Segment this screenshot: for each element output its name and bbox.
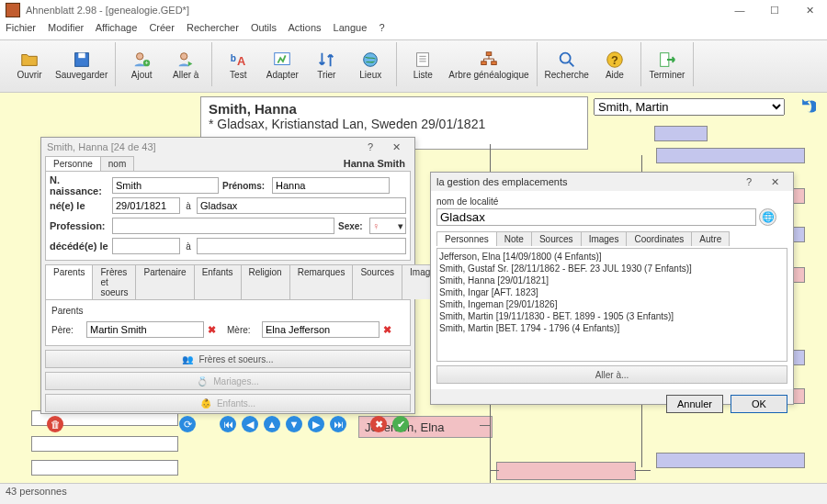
siblings-button[interactable]: 👥Frères et soeurs... (45, 350, 411, 368)
ptab-coordinates[interactable]: Coordinates (626, 231, 692, 246)
genealogy-canvas[interactable]: Smith, Hanna * Gladsax, Kristianstad Lan… (0, 93, 827, 504)
goto-person-button[interactable]: Aller à... (436, 365, 787, 384)
menu-creer[interactable]: Créer (149, 22, 175, 33)
help-button[interactable]: ?Aide (593, 42, 637, 86)
delete-button[interactable]: 🗑 (47, 416, 63, 432)
test-button[interactable]: bATest (216, 42, 260, 86)
adapt-icon (272, 50, 292, 70)
person-select[interactable]: Smith, Martin (594, 98, 785, 116)
ptab-note[interactable]: Note (496, 231, 532, 246)
nav-next-button[interactable]: ▶ (308, 416, 324, 432)
nav-first-button[interactable]: ⏮ (220, 416, 236, 432)
ok-button[interactable]: ✔ (392, 416, 409, 432)
mother-input[interactable] (262, 321, 380, 338)
list-item[interactable]: Smith, Hanna [29/01/1821] (439, 274, 785, 286)
tree-node[interactable] (654, 126, 708, 141)
tree-node[interactable] (31, 436, 178, 452)
birthplace-input[interactable] (197, 197, 406, 214)
locality-input[interactable] (436, 208, 756, 226)
label-ne: né(e) le (50, 200, 108, 211)
tab-personne[interactable]: Personne (45, 156, 101, 171)
surname-input[interactable] (112, 177, 219, 194)
cancel-button[interactable]: ✖ (370, 416, 387, 432)
subtab-religion[interactable]: Religion (241, 264, 290, 299)
places-close-button[interactable]: ✕ (762, 176, 787, 188)
deathdate-input[interactable] (112, 238, 180, 254)
nav-down-button[interactable]: ▼ (286, 416, 302, 432)
globe-lookup-button[interactable]: 🌐 (759, 208, 776, 226)
firstname-input[interactable] (272, 177, 390, 194)
tab-nom[interactable]: nom (100, 156, 134, 171)
subtab-remarques[interactable]: Remarques (289, 264, 354, 299)
undo-icon[interactable] (792, 96, 816, 117)
menu-help[interactable]: ? (379, 22, 384, 33)
maximize-button[interactable]: ☐ (757, 0, 792, 20)
tree-node[interactable] (656, 148, 805, 163)
menu-modifier[interactable]: Modifier (48, 22, 84, 33)
menu-actions[interactable]: Actions (288, 22, 321, 33)
nav-refresh-button[interactable]: ⟳ (179, 416, 196, 432)
places-help-button[interactable]: ? (736, 176, 762, 187)
list-button[interactable]: Liste (401, 42, 445, 86)
menu-outils[interactable]: Outils (251, 22, 277, 33)
save-button[interactable]: Sauvegarder (51, 42, 111, 86)
persons-list[interactable]: Jefferson, Elna [14/09/1800 (4 Enfants)]… (436, 248, 787, 362)
tree-node[interactable] (656, 453, 805, 468)
list-item[interactable]: Smith, Martin [19/11/1830 - BET. 1899 - … (439, 310, 785, 322)
nav-prev-button[interactable]: ◀ (242, 416, 258, 432)
svg-point-17 (560, 52, 570, 62)
remove-father-icon[interactable]: ✖ (208, 324, 216, 336)
search-button[interactable]: Recherche (541, 42, 593, 86)
places-button[interactable]: Lieux (348, 42, 392, 86)
terminate-button[interactable]: Terminer (645, 42, 689, 86)
open-button[interactable]: Ouvrir (7, 42, 51, 86)
subtab-enfants[interactable]: Enfants (194, 264, 242, 299)
deathplace-input[interactable] (197, 238, 406, 254)
sex-dropdown[interactable]: ♀▾ (369, 218, 406, 234)
subtab-partenaire[interactable]: Partenaire (135, 264, 194, 299)
sort-button[interactable]: Trier (304, 42, 348, 86)
places-cancel-button[interactable]: Annuler (666, 395, 723, 413)
list-item[interactable]: Smith, Ingar [AFT. 1823] (439, 286, 785, 298)
add-button[interactable]: +Ajout (119, 42, 164, 86)
nav-last-button[interactable]: ⏭ (330, 416, 346, 432)
menu-langue[interactable]: Langue (334, 22, 368, 33)
minimize-button[interactable]: — (722, 0, 757, 20)
tree-button[interactable]: Arbre généalogique (445, 42, 532, 86)
ptab-autre[interactable]: Autre (691, 231, 730, 246)
svg-text:b: b (231, 52, 236, 62)
dialog-help-button[interactable]: ? (357, 141, 383, 152)
list-item[interactable]: Smith, Martin [BET. 1794 - 1796 (4 Enfan… (439, 322, 785, 334)
birthdate-input[interactable] (112, 197, 180, 214)
close-button[interactable]: ✕ (792, 0, 827, 20)
menu-fichier[interactable]: Fichier (6, 22, 36, 33)
person-add-icon: + (131, 50, 152, 70)
goto-button[interactable]: Aller à (164, 42, 208, 86)
person-selector[interactable]: Smith, Martin (594, 98, 785, 116)
label-sexe: Sexe: (338, 221, 366, 231)
tree-node[interactable] (496, 462, 636, 480)
ptab-personnes[interactable]: Personnes (436, 231, 497, 246)
list-item[interactable]: Smith, Gustaf Sr. [28/11/1862 - BEF. 23 … (439, 263, 785, 274)
subtab-freres[interactable]: Frères et soeurs (92, 264, 136, 299)
children-button[interactable]: 👶Enfants... (45, 394, 411, 412)
svg-text:?: ? (611, 52, 618, 66)
remove-mother-icon[interactable]: ✖ (383, 324, 391, 336)
father-input[interactable] (86, 321, 204, 338)
menu-rechercher[interactable]: Rechercher (187, 22, 239, 33)
subtab-parents[interactable]: Parents (45, 264, 93, 299)
places-ok-button[interactable]: OK (731, 395, 787, 413)
ptab-sources[interactable]: Sources (531, 231, 582, 246)
list-item[interactable]: Jefferson, Elna [14/09/1800 (4 Enfants)] (439, 251, 785, 263)
profession-input[interactable] (112, 218, 334, 234)
adapt-button[interactable]: Adapter (260, 42, 304, 86)
tree-icon (479, 50, 499, 70)
marriages-button[interactable]: 💍Mariages... (45, 372, 411, 390)
tree-node[interactable] (31, 460, 178, 476)
dialog-close-button[interactable]: ✕ (383, 141, 409, 153)
nav-up-button[interactable]: ▲ (264, 416, 280, 432)
ptab-images[interactable]: Images (581, 231, 628, 246)
menu-affichage[interactable]: Affichage (96, 22, 138, 33)
list-item[interactable]: Smith, Ingeman [29/01/1826] (439, 298, 785, 310)
subtab-sources[interactable]: Sources (352, 264, 402, 299)
